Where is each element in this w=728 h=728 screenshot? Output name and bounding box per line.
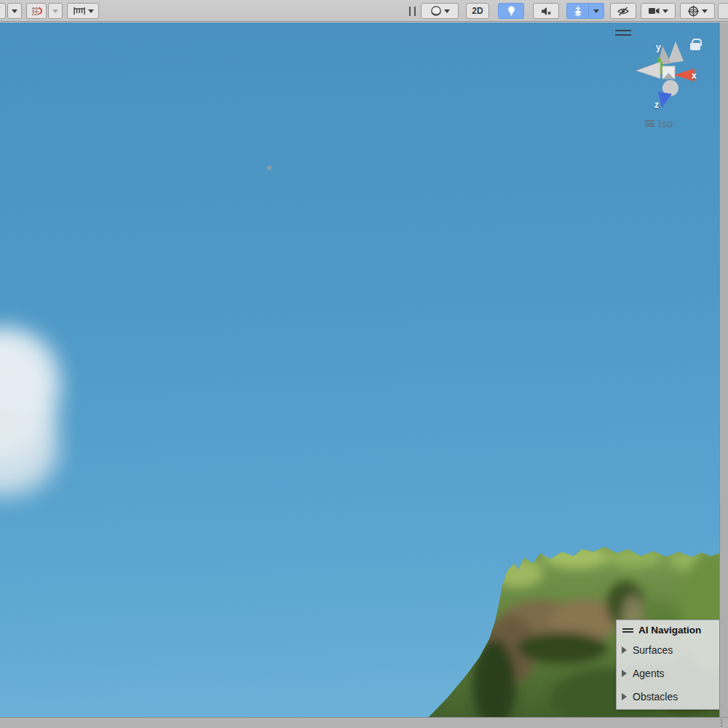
panel-title: AI Navigation xyxy=(638,625,701,636)
unity-editor-window: 2D xyxy=(0,0,728,728)
gizmo-x-label[interactable]: x xyxy=(692,71,697,81)
chevron-down-icon xyxy=(12,9,17,13)
distant-object-dot xyxy=(267,166,272,170)
camera-icon xyxy=(648,6,660,16)
grid-snap-dropdown-button[interactable] xyxy=(48,3,63,19)
snap-increment-icon xyxy=(73,6,86,16)
adjacent-panel-button-partial[interactable] xyxy=(718,3,728,19)
projection-label: Iso xyxy=(658,117,673,130)
lightbulb-icon xyxy=(506,5,517,17)
scene-lighting-button[interactable] xyxy=(498,3,524,19)
chevron-down-icon xyxy=(702,9,708,13)
foldout-arrow-icon xyxy=(622,646,627,654)
scene-camera-button[interactable] xyxy=(641,3,676,19)
panel-drag-handle-icon xyxy=(622,628,633,633)
2d-toggle-button[interactable]: 2D xyxy=(466,3,489,19)
effects-icon xyxy=(572,5,584,17)
gizmo-z-label[interactable]: z xyxy=(654,100,659,110)
lock-icon[interactable] xyxy=(690,43,700,50)
tool-fragment-icon xyxy=(0,6,2,16)
chevron-down-icon xyxy=(444,9,450,13)
panel-divider-strip[interactable] xyxy=(719,23,728,717)
effects-button[interactable] xyxy=(566,3,588,19)
chevron-down-icon xyxy=(88,9,94,13)
eye-slash-icon xyxy=(617,6,630,17)
bottom-bar xyxy=(0,717,728,728)
grid-snap-button[interactable] xyxy=(26,3,47,19)
gizmo-left-axis-cone[interactable] xyxy=(636,62,660,79)
chevron-down-icon xyxy=(52,9,58,13)
foldout-obstacles[interactable]: Obstacles xyxy=(617,685,719,708)
toolbar-drag-handle[interactable] xyxy=(409,7,416,16)
effects-dropdown-button[interactable] xyxy=(588,3,604,19)
menu-icon xyxy=(645,120,654,127)
gizmo-y-label[interactable]: y xyxy=(656,42,661,52)
hidden-objects-button[interactable] xyxy=(610,3,636,19)
overlay-drag-handle[interactable] xyxy=(615,30,631,36)
tool-dropdown-button[interactable] xyxy=(7,3,22,19)
chevron-down-icon xyxy=(662,9,668,13)
speaker-muted-icon xyxy=(540,6,553,17)
ai-navigation-header[interactable]: AI Navigation xyxy=(617,620,719,638)
foldout-arrow-icon xyxy=(622,693,627,700)
chevron-down-icon xyxy=(593,9,599,13)
foldout-agents[interactable]: Agents xyxy=(617,662,719,685)
shaded-sphere-icon xyxy=(430,5,442,17)
gizmo-sphere-icon xyxy=(687,5,700,17)
gizmo-back-axis-cone[interactable] xyxy=(668,41,684,63)
shading-mode-button[interactable] xyxy=(421,3,459,19)
audio-mute-button[interactable] xyxy=(533,3,559,19)
snap-increment-button[interactable] xyxy=(67,3,99,19)
ai-navigation-panel: AI Navigation Surfaces Agents Obstacles xyxy=(616,620,719,710)
projection-toggle[interactable]: Iso xyxy=(645,117,673,130)
gizmo-z-axis-cone[interactable] xyxy=(658,92,672,108)
overflow-dots-icon[interactable] xyxy=(721,719,722,728)
grid-snap-icon xyxy=(31,5,42,17)
foldout-surfaces[interactable]: Surfaces xyxy=(617,638,719,662)
scene-view-toolbar: 2D xyxy=(0,0,728,22)
clipped-tool-button[interactable] xyxy=(0,3,6,19)
2d-label: 2D xyxy=(472,6,483,16)
foldout-arrow-icon xyxy=(622,670,627,677)
scene-viewport[interactable]: y x z Iso AI Navigation Surfaces Agents xyxy=(0,23,719,717)
gizmos-button[interactable] xyxy=(680,3,715,19)
